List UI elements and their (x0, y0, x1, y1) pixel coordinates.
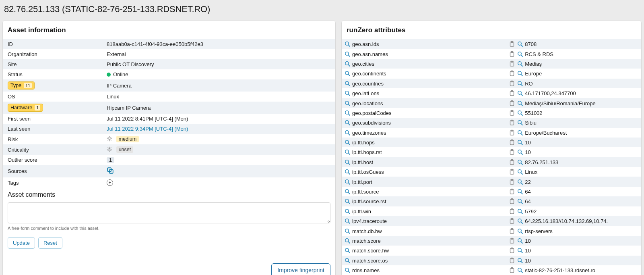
attribute-value: 64 (525, 198, 530, 204)
search-icon[interactable] (344, 237, 351, 244)
row-label: OS (3, 92, 102, 102)
attribute-key: ip.ttl.hops.rst (352, 149, 382, 155)
search-icon[interactable] (344, 228, 351, 234)
last-seen-link[interactable]: Jul 11 2022 9:34PM [UTC-4] (Mon) (107, 126, 188, 132)
search-icon[interactable] (344, 139, 351, 146)
search-icon[interactable] (517, 257, 523, 264)
search-icon[interactable] (517, 90, 523, 96)
clipboard-icon[interactable] (509, 257, 515, 264)
clipboard-icon[interactable] (509, 139, 515, 146)
search-icon[interactable] (517, 188, 523, 195)
search-icon[interactable] (517, 247, 523, 254)
clipboard-icon[interactable] (509, 51, 515, 57)
search-icon[interactable] (344, 198, 351, 204)
search-icon[interactable] (344, 188, 351, 195)
search-icon[interactable] (517, 139, 523, 146)
search-icon[interactable] (344, 51, 351, 57)
clipboard-icon[interactable] (509, 159, 515, 165)
gear-icon[interactable] (107, 136, 112, 142)
clipboard-icon[interactable] (509, 80, 515, 87)
clipboard-icon[interactable] (509, 198, 515, 204)
search-icon[interactable] (344, 110, 351, 116)
clipboard-icon[interactable] (509, 228, 515, 234)
search-icon[interactable] (344, 119, 351, 126)
search-icon[interactable] (344, 60, 351, 67)
search-icon[interactable] (517, 169, 523, 175)
improve-fingerprint-button[interactable]: Improve fingerprint (271, 263, 330, 275)
clipboard-icon[interactable] (509, 247, 515, 254)
search-icon[interactable] (517, 208, 523, 215)
search-icon[interactable] (344, 257, 351, 264)
clipboard-icon[interactable] (509, 237, 515, 244)
search-icon[interactable] (517, 179, 523, 185)
search-icon[interactable] (344, 218, 351, 224)
row-label: Tags (3, 177, 102, 188)
clipboard-icon[interactable] (509, 267, 515, 273)
clipboard-icon[interactable] (509, 149, 515, 155)
clipboard-icon[interactable] (509, 119, 515, 126)
clipboard-icon[interactable] (509, 100, 515, 106)
clipboard-icon[interactable] (509, 179, 515, 185)
search-icon[interactable] (517, 218, 523, 224)
search-icon[interactable] (517, 80, 523, 87)
search-icon[interactable] (344, 149, 351, 155)
clipboard-icon[interactable] (509, 70, 515, 77)
clipboard-icon[interactable] (509, 129, 515, 136)
search-icon[interactable] (344, 90, 351, 96)
search-icon[interactable] (517, 60, 523, 67)
attribute-row: geo.asn.ids8708 (342, 39, 641, 49)
update-button[interactable]: Update (8, 237, 35, 249)
row-label: Outlier score (3, 155, 102, 165)
gear-icon[interactable] (107, 146, 112, 152)
attribute-value: 64.225.16.183//10.74.132.69,10.74. (525, 218, 608, 224)
search-icon[interactable] (344, 129, 351, 136)
attribute-row: rdns.namesstatic-82-76-251-133.rdsnet.ro (342, 265, 641, 275)
search-icon[interactable] (517, 237, 523, 244)
search-icon[interactable] (517, 267, 523, 273)
attribute-value: 64 (525, 189, 530, 195)
search-icon[interactable] (344, 247, 351, 254)
attribute-key-cell: ip.ttl.osGuess (342, 167, 506, 177)
search-icon[interactable] (517, 149, 523, 155)
clipboard-icon[interactable] (509, 90, 515, 96)
attribute-key: geo.continents (352, 71, 386, 77)
search-icon[interactable] (344, 100, 351, 106)
search-icon[interactable] (517, 119, 523, 126)
source-runzero-icon[interactable] (107, 167, 114, 174)
search-icon[interactable] (517, 41, 523, 47)
search-icon[interactable] (344, 159, 351, 165)
search-icon[interactable] (344, 267, 351, 273)
search-icon[interactable] (517, 51, 523, 57)
clipboard-icon[interactable] (509, 110, 515, 116)
clipboard-icon[interactable] (509, 60, 515, 67)
clipboard-icon[interactable] (509, 188, 515, 195)
asset-comments-input[interactable] (8, 202, 330, 223)
status-dot-icon (107, 73, 111, 77)
search-icon[interactable] (517, 129, 523, 136)
search-icon[interactable] (344, 169, 351, 175)
clipboard-icon[interactable] (509, 218, 515, 224)
attribute-value-cell: 5792 (506, 206, 641, 216)
search-icon[interactable] (344, 70, 351, 77)
search-icon[interactable] (517, 110, 523, 116)
search-icon[interactable] (344, 208, 351, 215)
search-icon[interactable] (344, 80, 351, 87)
row-value: Jul 11 2022 9:34PM [UTC-4] (Mon) (102, 124, 335, 134)
search-icon[interactable] (344, 41, 351, 47)
attribute-value-cell: 10 (506, 256, 641, 265)
search-icon[interactable] (517, 159, 523, 165)
type-pill[interactable]: Type 11 (8, 81, 35, 90)
search-icon[interactable] (517, 100, 523, 106)
search-icon[interactable] (517, 198, 523, 204)
search-icon[interactable] (344, 179, 351, 185)
attribute-key-cell: geo.locations (342, 98, 506, 108)
reset-button[interactable]: Reset (38, 237, 62, 249)
clipboard-icon[interactable] (509, 208, 515, 215)
search-icon[interactable] (517, 228, 523, 234)
search-icon[interactable] (517, 70, 523, 77)
row-label: Risk (3, 134, 102, 144)
hardware-pill[interactable]: Hardware 1 (8, 104, 43, 112)
clipboard-icon[interactable] (509, 41, 515, 47)
clipboard-icon[interactable] (509, 169, 515, 175)
add-tag-button[interactable]: + (107, 179, 113, 186)
